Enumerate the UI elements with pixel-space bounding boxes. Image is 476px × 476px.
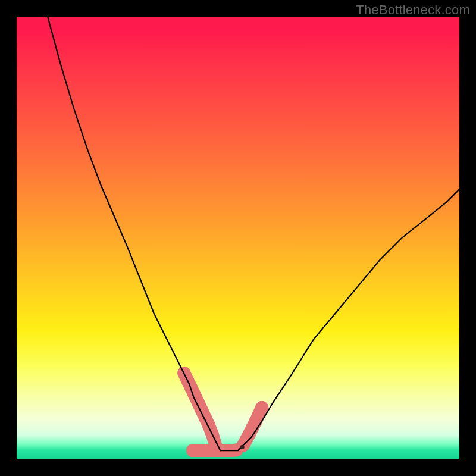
chart-frame: TheBottleneck.com bbox=[0, 0, 476, 476]
curve-layer bbox=[17, 17, 459, 459]
accent-dot bbox=[240, 445, 245, 449]
watermark-text: TheBottleneck.com bbox=[356, 2, 470, 18]
plot-area bbox=[17, 17, 459, 459]
